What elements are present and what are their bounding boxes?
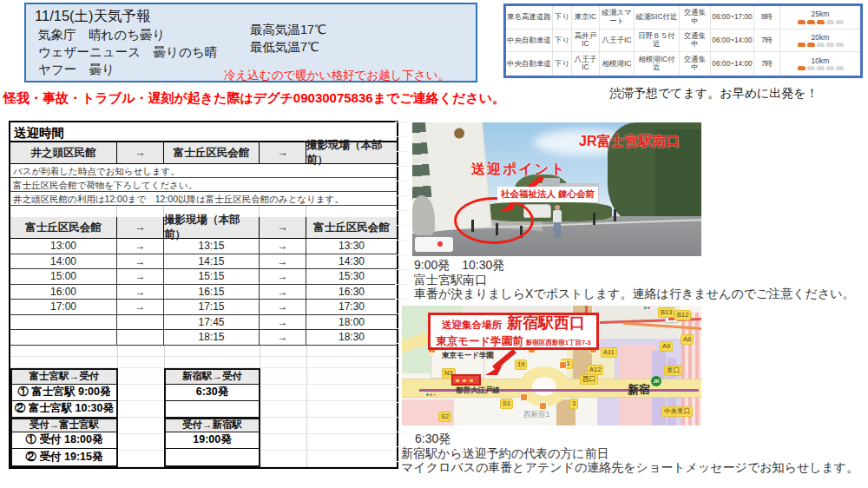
congestion-meter xyxy=(797,43,845,47)
arrow-icon: → xyxy=(117,254,164,269)
traffic-cell: 中央自動車道 xyxy=(506,30,553,52)
map-exit-a11: A11 xyxy=(601,347,617,358)
shuttle-time: ① 富士宮駅 9:00発 xyxy=(12,385,116,401)
meeting-point-label: 送迎集合場所 xyxy=(442,320,502,330)
traffic-forecast-table: 東名高速道路下り東京IC綾瀬スマート綾瀬SIC付近交通集中06:00~17:00… xyxy=(503,3,863,78)
arrow-icon: → xyxy=(260,285,306,300)
building-logo xyxy=(454,128,465,139)
time-cell xyxy=(10,315,117,330)
shinjuku-map: JR N31911A11A12西口S1S23B13B12A8A9東口中央東口東京… xyxy=(402,306,701,425)
reception-to-shinjuku-header: 受付→新宿駅 xyxy=(166,418,259,432)
arrow-icon: → xyxy=(260,254,306,269)
shinjuku-to-reception-header: 新宿駅→受付 xyxy=(166,370,259,385)
meeting-point-address: 新宿区西新宿1丁目7-3 xyxy=(526,339,591,346)
traffic-cell: 相模湖IC xyxy=(600,52,635,76)
shuttle-time: ② 受付 19:15発 xyxy=(12,449,116,465)
arrow-icon: → xyxy=(260,300,306,314)
traffic-cell: 下り xyxy=(553,52,572,76)
red-arrow-icon xyxy=(478,347,526,382)
car-icon xyxy=(826,43,834,47)
gridline xyxy=(117,206,164,217)
traffic-row: 東名高速道路下り東京IC綾瀬スマート綾瀬SIC付近交通集中06:00~17:00… xyxy=(506,6,860,30)
fujinomiya-to-reception-header: 富士宮駅→受付 xyxy=(12,370,116,385)
traffic-row: 中央自動車道下り高井戸IC八王子IC日野ＢＳ付近交通集中06:00~14:007… xyxy=(506,30,860,53)
arrow-icon: → xyxy=(117,142,164,163)
map-exit-b12: B12 xyxy=(674,310,691,320)
map-exit-s1: S1 xyxy=(500,399,513,409)
time-cell: 17:00 xyxy=(10,300,117,314)
rotary-center xyxy=(532,377,556,396)
time-cell: 18:30 xyxy=(306,330,397,345)
bollard xyxy=(614,209,616,221)
pickup-highlight-rect xyxy=(451,374,481,386)
map-label-nishishinjuku1: 西新宿1 xyxy=(522,410,551,419)
station-header-cell: 井之頭区民館 xyxy=(10,142,117,163)
pedestrian xyxy=(554,222,561,238)
weather-title: 11/15(土)天気予報 xyxy=(35,7,151,26)
time-row: 15:00→15:15→15:30 xyxy=(10,269,397,285)
map-label-central-east-exit: 中央東口 xyxy=(661,406,693,417)
traffic-cell: 下り xyxy=(553,6,572,29)
metro-dot xyxy=(426,393,429,396)
route2-header: 富士丘区民会館→撮影現場（本部前）→富士丘区民会館 xyxy=(10,217,397,239)
traffic-cell: 下り xyxy=(553,30,572,52)
traffic-cell: 東京IC xyxy=(572,6,600,29)
traffic-cell: 相模湖IC付近 xyxy=(635,52,680,76)
time-cell: 15:30 xyxy=(306,269,397,284)
time-cell xyxy=(10,330,117,345)
time-cell: 17:45 xyxy=(164,315,260,330)
shuttle-time: 19:00発 xyxy=(166,432,259,449)
meeting-point-annotation: 送迎集合場所新宿駅西口 東京モード学園前新宿区西新宿1丁目7-3 xyxy=(428,313,599,350)
traffic-cell: 交通集中 xyxy=(680,6,711,29)
weather-source-weathernews: ウェザーニュース 曇りのち晴 xyxy=(38,44,217,61)
caption-note: 車番が決まりましらXでポストします。連絡は行きませんのでご注意ください。 xyxy=(414,287,855,301)
weather-advice: 冷え込むので暖かい格好でお越し下さい。 xyxy=(224,68,450,83)
caption-line1: 新宿駅から送迎予約の代表の方に前日 xyxy=(401,446,858,461)
gridline xyxy=(117,346,118,368)
photo-caption: 9:00発 10:30発 富士宮駅南口 車番が決まりましらXでポストします。連絡… xyxy=(414,258,855,301)
arrow-icon: → xyxy=(260,142,306,163)
station-header-cell: 富士丘区民会館 xyxy=(10,217,117,238)
traffic-cell: 06:00~14:00 xyxy=(711,30,754,52)
traffic-cell: 綾瀬SIC付近 xyxy=(635,6,680,29)
bollard xyxy=(593,213,595,225)
time-cell: 16:30 xyxy=(306,285,397,300)
time-cell: 14:00 xyxy=(10,254,117,269)
station-header-cell: 富士丘区民会館 xyxy=(164,142,260,163)
map-exit-a9: A9 xyxy=(660,341,673,352)
time-cell: 17:30 xyxy=(306,300,397,314)
car-icon xyxy=(826,20,834,24)
time-cell: 15:15 xyxy=(164,269,260,284)
time-cell: 13:15 xyxy=(164,239,260,254)
arrow-icon: → xyxy=(117,300,164,314)
time-cell: 15:00 xyxy=(10,269,117,284)
place-label: 社会福祉法人 錬心会前 xyxy=(497,187,598,202)
gridline xyxy=(10,206,117,217)
traffic-cell: 東名高速道路 xyxy=(506,6,553,29)
arrow-icon: → xyxy=(117,285,164,300)
schedule-note: 井之頭区民館の利用は12:00まで 12:00以降は富士丘区民会館のみとなります… xyxy=(10,192,397,206)
shuttle-time: 6:30発 xyxy=(166,385,259,401)
station-header-cell: 撮影現場（本部前） xyxy=(164,217,260,238)
time-row: 18:15→18:30 xyxy=(10,330,397,346)
arrow-icon: → xyxy=(117,269,164,284)
reception-to-fujinomiya-header: 受付→富士宮駅 xyxy=(12,418,116,432)
car-icon xyxy=(807,20,815,24)
arrow-icon: → xyxy=(117,239,164,254)
meeting-point-station: 新宿駅西口 xyxy=(507,314,585,332)
shuttle-times-body: 13:00→13:15→13:3014:00→14:15→14:3015:00→… xyxy=(10,239,397,346)
route1-header: 井之頭区民館→富士丘区民会館→撮影現場（本部前） xyxy=(10,142,397,164)
car-icon xyxy=(798,66,806,70)
distance-value: 20km xyxy=(812,34,830,43)
car-icon xyxy=(807,66,815,70)
fujinomiya-station-photo: JR富士宮駅南口 送迎ポイント 社会福祉法人 錬心会前 xyxy=(412,122,701,256)
weather-temp-high: 最高気温17℃ xyxy=(250,22,326,38)
car-icon xyxy=(817,66,825,70)
traffic-cell: 06:00~14:00 xyxy=(711,52,754,76)
traffic-cell: 八王子IC xyxy=(572,52,600,76)
station-shuttle-zone: 富士宮駅→受付 ① 富士宮駅 9:00発 ② 富士宮駅 10:30発 受付→富士… xyxy=(10,368,397,467)
traffic-cell: 7時 xyxy=(754,52,780,76)
traffic-note: 渋滞予想でてます。お早めに出発を！ xyxy=(609,86,819,102)
caption-departure-time: 6:30発 xyxy=(401,432,858,446)
arrow-icon: → xyxy=(260,330,306,345)
